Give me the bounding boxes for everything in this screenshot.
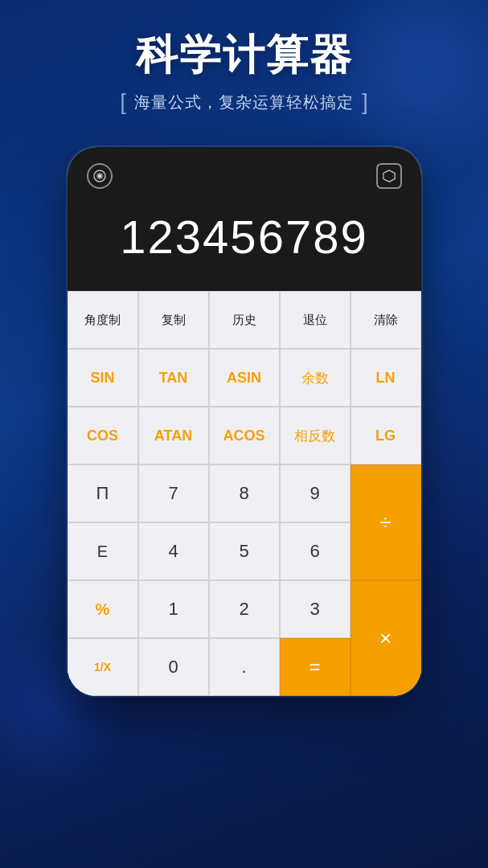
subtitle-wrapper: [ 海量公式，复杂运算轻松搞定 ]: [120, 89, 368, 115]
btn-ln[interactable]: LN: [351, 349, 421, 407]
row-trig1: SIN TAN ASIN 余数 LN: [68, 349, 421, 407]
btn-angle-mode[interactable]: 角度制: [68, 291, 138, 349]
btn-sin[interactable]: SIN: [68, 349, 138, 407]
btn-1[interactable]: 1: [138, 580, 209, 638]
btn-0[interactable]: 0: [138, 638, 209, 696]
btn-4[interactable]: 4: [138, 522, 209, 580]
btn-multiply[interactable]: ×: [351, 580, 421, 696]
btn-history[interactable]: 历史: [209, 291, 280, 349]
btn-9[interactable]: 9: [280, 465, 351, 522]
btn-tan[interactable]: TAN: [138, 349, 209, 407]
btn-inverse[interactable]: 1/X: [68, 638, 138, 696]
page-wrapper: 科学计算器 [ 海量公式，复杂运算轻松搞定 ]: [0, 0, 488, 868]
btn-copy[interactable]: 复制: [138, 291, 209, 349]
screen-icons: [87, 163, 402, 189]
btn-equals[interactable]: =: [280, 638, 351, 696]
btn-divide[interactable]: ÷: [351, 465, 421, 580]
btn-cos[interactable]: COS: [68, 407, 138, 465]
row-utility: 角度制 复制 历史 退位 清除: [68, 291, 421, 349]
left-icon[interactable]: [87, 163, 113, 189]
btn-clear[interactable]: 清除: [351, 291, 421, 349]
btn-5[interactable]: 5: [209, 522, 280, 580]
svg-marker-5: [383, 170, 394, 182]
btn-8[interactable]: 8: [209, 465, 280, 522]
btn-2[interactable]: 2: [209, 580, 280, 638]
btn-3[interactable]: 3: [280, 580, 351, 638]
subtitle-text: 海量公式，复杂运算轻松搞定: [134, 92, 354, 113]
header-section: 科学计算器 [ 海量公式，复杂运算轻松搞定 ]: [104, 0, 384, 131]
btn-negate[interactable]: 相反数: [280, 407, 351, 465]
btn-percent[interactable]: %: [68, 580, 138, 638]
app-title: 科学计算器: [120, 32, 368, 78]
display-number: 123456789: [87, 202, 402, 272]
btn-backspace[interactable]: 退位: [280, 291, 351, 349]
bracket-left: [: [120, 89, 126, 115]
btn-atan[interactable]: ATAN: [138, 407, 209, 465]
btn-epsilon[interactable]: E: [68, 522, 138, 580]
btn-asin[interactable]: ASIN: [209, 349, 280, 407]
btn-7[interactable]: 7: [138, 465, 209, 522]
row-trig2: COS ATAN ACOS 相反数 LG: [68, 407, 421, 465]
calc-buttons: 角度制 复制 历史 退位 清除 SIN TAN ASIN 余数 LN COS A…: [68, 291, 421, 696]
btn-decimal[interactable]: .: [209, 638, 280, 696]
row-numbers-123: % 1 2 3 × 1/X 0 . =: [68, 580, 421, 696]
btn-remainder[interactable]: 余数: [280, 349, 351, 407]
right-icon[interactable]: [376, 163, 402, 189]
btn-pi[interactable]: П: [68, 465, 138, 522]
btn-lg[interactable]: LG: [351, 407, 421, 465]
calculator-device: 123456789 角度制 复制 历史 退位 清除 SIN TAN ASIN 余…: [68, 147, 421, 696]
row-numbers-78-9: П 7 8 9 ÷ E 4 5 6: [68, 465, 421, 580]
btn-6[interactable]: 6: [280, 522, 351, 580]
calc-screen: 123456789: [68, 147, 421, 291]
btn-acos[interactable]: ACOS: [209, 407, 280, 465]
bracket-right: ]: [362, 89, 368, 115]
